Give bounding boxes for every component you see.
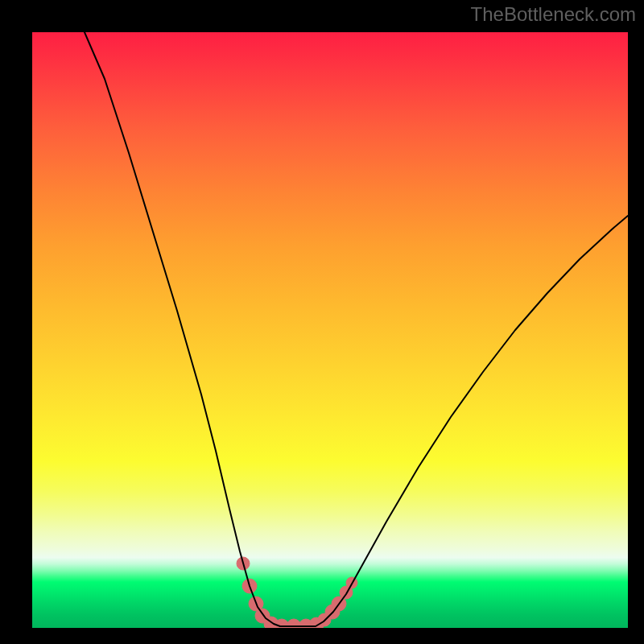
curve-overlay (32, 32, 628, 628)
plot-area (32, 32, 628, 628)
markers-group (237, 557, 357, 628)
attribution-label: TheBottleneck.com (471, 3, 636, 26)
chart-frame: TheBottleneck.com (0, 0, 644, 644)
bottleneck-curve (85, 32, 628, 626)
